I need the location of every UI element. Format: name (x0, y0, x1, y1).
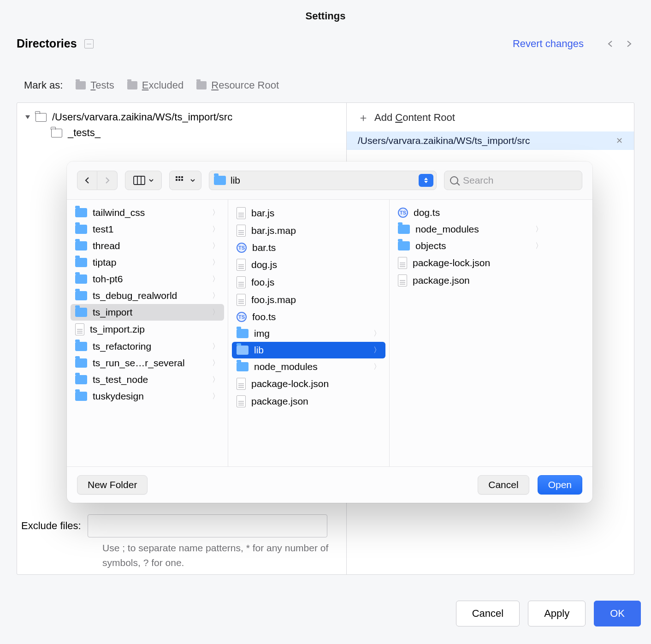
add-content-root-button[interactable]: ＋ Add Content Root (347, 109, 634, 131)
tree-root-row[interactable]: /Users/varvara.zaikina/WS/ts_import/src (25, 109, 338, 125)
list-item[interactable]: tiptap〉 (71, 254, 224, 271)
list-item[interactable]: package.json (393, 272, 547, 289)
list-item[interactable]: TSbar.ts (232, 239, 385, 256)
list-item-label: package-lock.json (413, 257, 490, 268)
section-heading: Directories (17, 37, 77, 50)
column-1: tailwind_css〉test1〉thread〉tiptap〉toh-pt6… (67, 200, 228, 466)
apply-button[interactable]: Apply (528, 601, 586, 626)
folder-icon (51, 129, 62, 137)
file-icon (398, 274, 407, 286)
svg-rect-3 (176, 176, 178, 178)
list-item[interactable]: TSfoo.ts (232, 309, 385, 325)
cancel-button[interactable]: Cancel (456, 601, 520, 626)
svg-rect-8 (181, 179, 183, 181)
list-item[interactable]: lib〉 (232, 342, 385, 358)
chevron-right-icon: 〉 (212, 375, 219, 385)
list-item[interactable]: dog.js (232, 256, 385, 274)
file-icon (237, 294, 246, 306)
list-item[interactable]: ts_test_node〉 (71, 371, 224, 388)
list-item-label: img (254, 328, 270, 339)
list-item-label: foo.js (251, 277, 274, 288)
list-item[interactable]: ts_import.zip (71, 321, 224, 338)
collapse-section-icon[interactable] (84, 39, 94, 48)
folder-icon (76, 81, 86, 89)
list-item[interactable]: package.json (232, 393, 385, 410)
folder-icon (196, 81, 207, 89)
folder-icon (75, 291, 87, 300)
list-item[interactable]: bar.js.map (232, 222, 385, 239)
list-item-label: foo.js.map (251, 294, 296, 305)
view-grid-button[interactable] (169, 171, 201, 190)
list-item[interactable]: TSdog.ts (393, 204, 547, 221)
path-dropdown-toggle-icon[interactable] (419, 174, 433, 187)
list-item[interactable]: ts_refactoring〉 (71, 338, 224, 355)
tree-child-row[interactable]: _tests_ (25, 125, 338, 141)
mark-excluded-button[interactable]: Excluded (127, 79, 184, 91)
zip-file-icon (75, 323, 84, 335)
list-item[interactable]: package-lock.json (393, 254, 547, 272)
list-item[interactable]: foo.js.map (232, 291, 385, 309)
chevron-right-icon: 〉 (373, 362, 381, 372)
file-icon (237, 395, 246, 407)
list-item[interactable]: node_modules〉 (232, 358, 385, 375)
folder-icon (237, 346, 249, 355)
mark-tests-button[interactable]: Tests (76, 79, 114, 91)
folder-icon (398, 241, 410, 250)
tree-child-label: _tests_ (68, 127, 101, 139)
column-2: bar.jsbar.js.mapTSbar.tsdog.jsfoo.jsfoo.… (228, 200, 390, 466)
file-icon (237, 207, 246, 219)
list-item[interactable]: node_modules〉 (393, 221, 547, 238)
nav-back-button[interactable] (77, 171, 97, 190)
chevron-right-icon: 〉 (535, 225, 543, 234)
dialog-open-button[interactable]: Open (538, 475, 582, 495)
chevron-right-icon: 〉 (212, 241, 219, 251)
folder-icon (127, 81, 137, 89)
exclude-files-input[interactable] (88, 514, 327, 537)
list-item[interactable]: tuskydesign〉 (71, 388, 224, 405)
list-item[interactable]: test1〉 (71, 221, 224, 238)
new-folder-button[interactable]: New Folder (77, 475, 148, 495)
ts-file-icon: TS (237, 312, 247, 322)
content-root-item[interactable]: /Users/varvara.zaikina/WS/ts_import/src … (347, 131, 634, 150)
caret-down-icon (25, 115, 30, 119)
ts-file-icon: TS (398, 208, 408, 218)
nav-forward-button[interactable] (97, 171, 118, 190)
list-item[interactable]: foo.js (232, 274, 385, 291)
list-item-label: dog.js (251, 259, 277, 270)
mark-as-label: Mark as: (24, 79, 63, 91)
remove-content-root-icon[interactable]: ✕ (616, 136, 623, 146)
list-item-label: node_modules (254, 361, 318, 372)
mark-resource-root-button[interactable]: Resource Root (196, 79, 279, 91)
page-title: Settings (0, 10, 651, 22)
list-item[interactable]: img〉 (232, 325, 385, 342)
dialog-cancel-button[interactable]: Cancel (478, 475, 529, 495)
list-item-label: objects (415, 240, 446, 251)
list-item[interactable]: tailwind_css〉 (71, 204, 224, 221)
list-item[interactable]: toh-pt6〉 (71, 271, 224, 287)
file-icon (237, 276, 246, 288)
list-item[interactable]: ts_debug_realworld〉 (71, 287, 224, 304)
revert-changes-link[interactable]: Revert changes (513, 38, 584, 50)
list-item[interactable]: thread〉 (71, 238, 224, 254)
list-item-label: dog.ts (414, 207, 440, 218)
ok-button[interactable]: OK (594, 601, 641, 626)
file-icon (237, 378, 246, 390)
list-item[interactable]: ts_import〉 (71, 304, 224, 321)
search-placeholder: Search (463, 175, 494, 186)
list-item[interactable]: package-lock.json (232, 375, 385, 393)
list-item-label: ts_refactoring (93, 341, 151, 352)
list-item[interactable]: objects〉 (393, 238, 547, 254)
folder-icon (75, 375, 87, 384)
folder-icon (237, 329, 249, 338)
history-forward-icon[interactable] (623, 38, 634, 49)
list-item-label: ts_debug_realworld (93, 290, 177, 301)
search-input[interactable]: Search (444, 171, 582, 190)
list-item[interactable]: ts_run_se…r_several〉 (71, 355, 224, 371)
path-dropdown[interactable]: lib (209, 171, 437, 190)
dialog-footer: New Folder Cancel Open (67, 466, 592, 503)
ts-file-icon: TS (237, 243, 247, 253)
list-item[interactable]: bar.js (232, 204, 385, 222)
plus-icon: ＋ (358, 110, 369, 125)
history-back-icon[interactable] (605, 38, 616, 49)
view-columns-button[interactable] (125, 171, 162, 190)
